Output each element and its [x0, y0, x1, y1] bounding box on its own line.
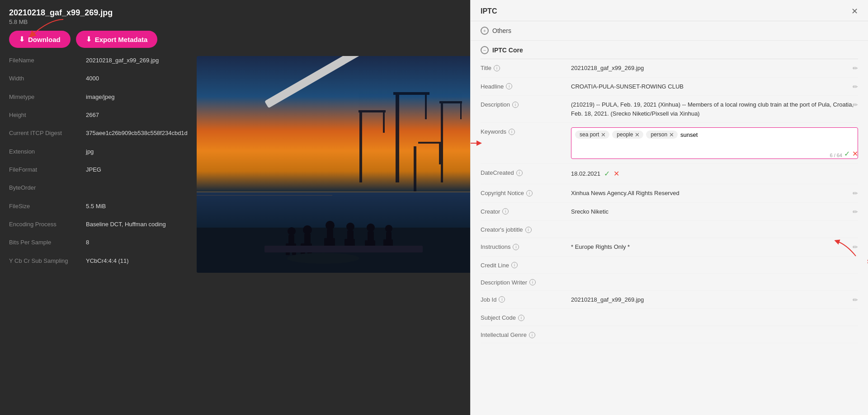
field-label-intellectual_genre: Intellectual Genre i [481, 331, 571, 338]
meta-key: Bits Per Sample [9, 238, 81, 254]
field-row-creator: Creator iSrecko Niketic✏ [481, 203, 858, 221]
keyword-tag: person✕ [646, 131, 678, 139]
export-metadata-button[interactable]: ⬇ Export Metadata [76, 31, 158, 48]
meta-key: Encoding Process [9, 220, 81, 236]
meta-value: jpg [86, 147, 188, 163]
svg-point-16 [303, 225, 312, 234]
svg-point-41 [287, 253, 359, 264]
meta-value: 4000 [86, 74, 188, 90]
info-icon-headline[interactable]: i [506, 83, 512, 89]
meta-value [86, 183, 188, 200]
edit-icon-description[interactable]: ✏ [853, 101, 858, 108]
tag-remove-btn[interactable]: ✕ [635, 132, 640, 138]
edit-icon-creator[interactable]: ✏ [853, 208, 858, 215]
info-icon-instructions[interactable]: i [513, 244, 519, 250]
date-confirm-btn[interactable]: ✓ [604, 168, 610, 179]
info-icon-description_writer[interactable]: i [529, 279, 536, 285]
field-row-description: Description i(210219) -- PULA, Feb. 19, … [481, 96, 858, 123]
fields-container: Title i20210218_gaf_x99_269.jpg✏Headline… [481, 59, 858, 343]
info-icon-subject_code[interactable]: i [518, 315, 524, 321]
field-row-headline: Headline iCROATIA-PULA-SUNSET-ROWING CLU… [481, 78, 858, 96]
meta-value: YCbCr4:4:4 (11) [86, 256, 188, 273]
iptc-core-title: IPTC Core [492, 47, 523, 54]
date-cancel-btn[interactable]: ✕ [613, 168, 619, 179]
meta-value: 20210218_gaf_x99_269.jpg [86, 56, 188, 72]
info-icon-date_created[interactable]: i [516, 170, 523, 176]
download-icon: ⬇ [19, 35, 25, 43]
meta-key: Extension [9, 147, 81, 163]
svg-rect-5 [425, 92, 427, 119]
keyword-actions: ✓✕ [844, 149, 858, 158]
info-icon-keywords[interactable]: i [509, 129, 515, 135]
tag-remove-btn[interactable]: ✕ [601, 132, 606, 138]
field-label-date_created: DateCreated i [481, 168, 571, 176]
svg-point-28 [367, 224, 375, 232]
field-value-date_created: 18.02.2021✓✕ [571, 168, 858, 179]
download-button[interactable]: ⬇ Download [9, 31, 71, 48]
keyword-cancel-btn[interactable]: ✕ [852, 149, 858, 158]
date-actions: 18.02.2021✓✕ [571, 168, 858, 179]
svg-rect-40 [264, 246, 423, 252]
keyword-tag: sea port✕ [575, 131, 609, 139]
edit-icon-title[interactable]: ✏ [853, 65, 858, 72]
svg-rect-13 [439, 101, 462, 103]
button-row: ⬇ Download ⬇ Export Metadata [9, 31, 461, 48]
keyword-input[interactable] [680, 131, 854, 139]
svg-rect-10 [359, 110, 386, 112]
keyword-confirm-btn[interactable]: ✓ [844, 149, 850, 158]
meta-value: JPEG [86, 165, 188, 182]
field-value-title: 20210218_gaf_x99_269.jpg [571, 64, 858, 73]
field-label-job_id: Job Id i [481, 295, 571, 303]
info-icon-title[interactable]: i [494, 65, 500, 71]
image-container [197, 56, 475, 273]
edit-icon-headline[interactable]: ✏ [853, 83, 858, 90]
field-label-copyright: Copyright Notice i [481, 189, 571, 196]
info-icon-copyright[interactable]: i [526, 190, 533, 196]
edit-icon-instructions[interactable]: ✏ [853, 243, 858, 251]
field-label-creator_jobtitle: Creator's jobtitle i [481, 225, 571, 233]
field-row-intellectual_genre: Intellectual Genre i [481, 326, 858, 343]
field-row-credit_line: Credit Line i [481, 256, 858, 274]
meta-key: ByteOrder [9, 183, 81, 200]
field-label-creator: Creator i [481, 207, 571, 215]
photo-preview [197, 56, 475, 273]
meta-key: FileSize [9, 202, 81, 218]
info-icon-credit_line[interactable]: i [511, 262, 518, 268]
field-row-creator_jobtitle: Creator's jobtitle i [481, 221, 858, 238]
file-title: 20210218_gaf_x99_269.jpg [9, 8, 461, 18]
file-size: 5.8 MB [9, 19, 461, 25]
others-section-header[interactable]: + Others [471, 21, 868, 41]
meta-value: image/jpeg [86, 93, 188, 109]
meta-key: Height [9, 111, 81, 127]
field-row-description_writer: Description Writer i [481, 274, 858, 291]
edit-icon-job_id[interactable]: ✏ [853, 296, 858, 303]
info-icon-job_id[interactable]: i [499, 296, 505, 303]
field-row-subject_code: Subject Code i [481, 309, 858, 326]
close-button[interactable]: ✕ [851, 6, 858, 16]
edit-icon-copyright[interactable]: ✏ [853, 190, 858, 197]
svg-point-20 [326, 221, 335, 230]
left-content: FileName20210218_gaf_x99_269.jpgWidth400… [9, 56, 461, 273]
svg-rect-11 [383, 110, 385, 133]
field-row-title: Title i20210218_gaf_x99_269.jpg✏ [481, 59, 858, 78]
field-row-keywords: Keywords iStep 2sea port✕people✕person✕6… [481, 123, 858, 164]
meta-key: Y Cb Cr Sub Sampling [9, 256, 81, 273]
tag-remove-btn[interactable]: ✕ [669, 132, 674, 138]
iptc-core-header[interactable]: − IPTC Core [481, 41, 858, 59]
info-icon-creator[interactable]: i [502, 208, 509, 214]
svg-point-36 [288, 227, 296, 235]
svg-rect-9 [359, 110, 362, 182]
right-panel: IPTC ✕ + Others − IPTC Core Title i20210… [470, 0, 868, 415]
field-row-job_id: Job Id i20210218_gaf_x99_269.jpg✏ [481, 291, 858, 309]
keywords-box[interactable]: sea port✕people✕person✕ [571, 127, 858, 159]
others-expand-icon: + [481, 27, 489, 35]
svg-rect-4 [393, 92, 429, 95]
info-icon-description[interactable]: i [512, 102, 519, 108]
export-icon: ⬇ [86, 35, 92, 43]
info-icon-creator_jobtitle[interactable]: i [525, 227, 532, 233]
info-icon-intellectual_genre[interactable]: i [529, 332, 535, 338]
field-row-copyright: Copyright Notice iXinhua News Agency.All… [481, 184, 858, 203]
iptc-title: IPTC [481, 7, 497, 15]
keyword-count: 6 / 64 [830, 153, 842, 158]
svg-point-32 [385, 225, 392, 232]
